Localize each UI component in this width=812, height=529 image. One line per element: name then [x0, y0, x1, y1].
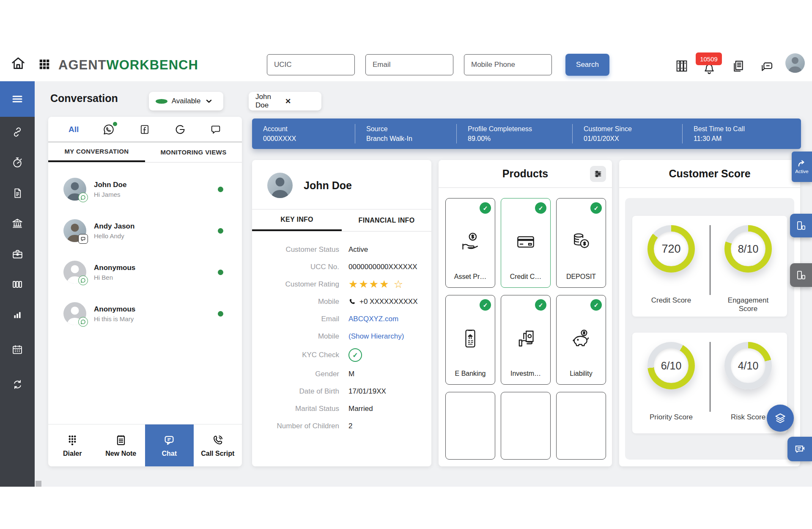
product-card-credit-card[interactable]: Credit C…	[501, 198, 551, 288]
sidebar-menu-toggle[interactable]	[0, 81, 35, 117]
search-button[interactable]: Search	[565, 54, 609, 76]
thread-item[interactable]: Andy Jason Hello Andy	[48, 210, 242, 251]
dialer-button[interactable]: Dialer	[48, 424, 97, 466]
layout-icon	[796, 270, 807, 281]
rating-stars-filled: ★★★★	[348, 279, 390, 289]
ucic-input[interactable]	[267, 54, 355, 75]
credit-score-label: Credit Score	[642, 296, 701, 305]
stopwatch-icon	[11, 157, 23, 168]
sidebar-item-links[interactable]	[0, 117, 35, 147]
layers-icon	[774, 412, 787, 424]
columns-icon	[11, 278, 23, 290]
sidebar-item-kanban[interactable]	[0, 269, 35, 300]
customer-name: John Doe	[304, 179, 352, 192]
whatsapp-channel-icon[interactable]	[102, 123, 115, 136]
check-circle-icon	[535, 202, 546, 214]
products-filter-button[interactable]	[590, 166, 606, 182]
tab-key-info[interactable]: KEY INFO	[252, 209, 342, 231]
sidebar-item-calendar[interactable]	[0, 334, 35, 365]
source-label: Source	[366, 125, 445, 133]
product-card-empty[interactable]	[556, 392, 606, 460]
channel-filter-row: All	[48, 117, 242, 142]
thread-name: Andy Jason	[94, 222, 134, 231]
customer-since-label: Customer Since	[584, 125, 671, 133]
product-card-liability[interactable]: Liability	[556, 295, 606, 385]
agent-workbench-app: AGENTWORKBENCH Search 10509	[0, 0, 812, 529]
facebook-channel-icon[interactable]	[139, 124, 151, 135]
engagement-score-label: Engagement Score	[719, 296, 778, 313]
conversation-action-bar: Dialer New Note Chat Call Script	[48, 424, 242, 466]
thread-item[interactable]: Anonymous Hi Ben	[48, 251, 242, 293]
close-icon[interactable]	[285, 97, 315, 106]
check-circle-icon	[590, 299, 602, 311]
notes-icon[interactable]	[731, 59, 745, 73]
customer-status-value: Active	[348, 245, 368, 254]
sidebar-item-bank[interactable]	[0, 208, 35, 239]
check-circle-icon	[480, 299, 491, 311]
source-value: Branch Walk-In	[366, 135, 445, 143]
new-note-button[interactable]: New Note	[97, 424, 145, 466]
open-chat-tab[interactable]: John Doe	[249, 92, 321, 110]
dob-value: 17/01/19XX	[348, 387, 386, 396]
call-script-icon	[211, 434, 224, 446]
rating-star-empty: ☆	[394, 279, 404, 289]
thread-preview: Hi Ben	[94, 274, 135, 281]
thread-item[interactable]: Anonymous Hi this is Mary	[48, 293, 242, 334]
thread-item[interactable]: John Doe Hi James	[48, 168, 242, 210]
tab-my-conversation[interactable]: MY CONVERSATION	[48, 142, 145, 162]
sidebar-item-analytics[interactable]	[0, 300, 35, 330]
customer-tabs: KEY INFO FINANCIAL INFO	[252, 209, 431, 231]
customer-avatar	[267, 173, 293, 198]
product-card-investment[interactable]: Investm…	[501, 295, 551, 385]
mobile-phone-input[interactable]	[464, 54, 552, 75]
channel-tab-all[interactable]: All	[69, 125, 79, 134]
chat-channel-icon[interactable]	[210, 124, 222, 135]
availability-dropdown[interactable]: Available	[149, 92, 223, 110]
account-label: Account	[263, 125, 344, 133]
user-avatar[interactable]	[785, 53, 805, 73]
messages-icon[interactable]	[760, 60, 774, 74]
show-hierarchy-link[interactable]: (Show Hierarchy)	[348, 332, 404, 341]
tab-financial-info[interactable]: FINANCIAL INFO	[342, 209, 431, 231]
product-card-empty[interactable]	[445, 392, 495, 460]
home-icon[interactable]	[10, 55, 26, 71]
phone-icon	[348, 298, 356, 305]
field-label: Date of Birth	[252, 387, 339, 396]
tab-monitoring-views[interactable]: MONITORING VIEWS	[145, 142, 242, 162]
thread-preview: Hi James	[94, 191, 126, 198]
sidebar-item-sync[interactable]	[0, 369, 35, 400]
email-input[interactable]	[365, 54, 453, 75]
layers-fab-button[interactable]	[767, 405, 794, 432]
conversation-title: Conversation	[50, 92, 118, 105]
field-label: Customer Status	[252, 245, 339, 254]
sidebar-item-cases[interactable]	[0, 239, 35, 269]
scrollbar-handle[interactable]	[36, 481, 41, 487]
chat-label: Chat	[162, 450, 177, 457]
compose-message-button[interactable]	[787, 437, 812, 461]
layout-panel-button-blue[interactable]	[790, 214, 812, 237]
product-card-deposit[interactable]: DEPOSIT	[556, 198, 606, 288]
layout-panel-button-gray[interactable]	[790, 263, 812, 287]
directory-icon[interactable]	[675, 59, 689, 73]
online-dot	[218, 187, 223, 192]
key-info-fields: Customer Status Active UCC No. 000000000…	[252, 231, 431, 435]
whatsapp-badge-icon	[78, 193, 88, 202]
online-dot	[218, 228, 223, 234]
new-note-icon	[115, 434, 127, 446]
chat-button-active[interactable]: Chat	[145, 424, 194, 466]
google-channel-icon[interactable]	[174, 124, 186, 135]
product-card-empty[interactable]	[501, 392, 551, 460]
sidebar-item-timer[interactable]	[0, 147, 35, 178]
customer-score-title: Customer Score	[669, 168, 750, 180]
whatsapp-badge-icon	[78, 276, 88, 285]
email-link[interactable]: ABCQXYZ.com	[348, 315, 398, 323]
score-box-bottom: 6/10 4/10 Priority Score Risk Score	[632, 333, 787, 433]
product-card-ebanking[interactable]: E Banking	[445, 295, 495, 385]
product-card-asset[interactable]: Asset Pr…	[445, 198, 495, 288]
app-grid-icon[interactable]	[38, 58, 51, 71]
active-session-tab[interactable]: Active	[792, 152, 812, 182]
deposit-coins-icon	[557, 230, 606, 253]
layout-icon	[796, 220, 807, 231]
call-script-button[interactable]: Call Script	[194, 424, 242, 466]
sidebar-item-documents[interactable]	[0, 178, 35, 208]
